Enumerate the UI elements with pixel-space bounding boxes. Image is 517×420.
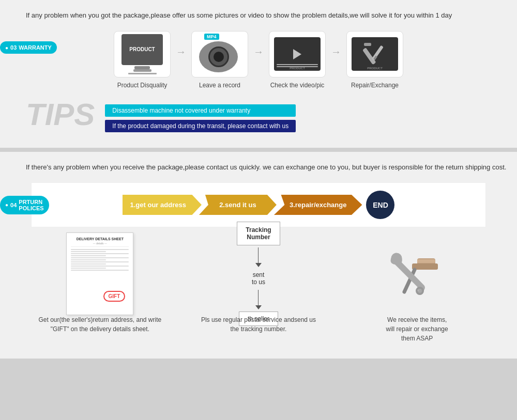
tip1-box: Disassemble machine not covered under wa… — [105, 104, 296, 117]
repair-icon-wrapper: PRODUCT — [346, 31, 403, 77]
sheet-line-7 — [71, 261, 129, 262]
recorder-inner — [214, 52, 224, 62]
sheet-line-1 — [71, 249, 129, 250]
tools-visual — [376, 238, 459, 310]
tracking-arrow-tip-2 — [255, 305, 262, 309]
warranty-intro-text: If any problem when you got the package,… — [26, 10, 507, 21]
flow-step-1: 1.get our address — [123, 195, 202, 215]
video-line-1 — [277, 64, 318, 65]
warranty-badge: 03 WARRANTY — [0, 41, 57, 54]
delivery-visual: DELIVERY DETAILS SHEET --- details --- — [58, 238, 141, 310]
flow-end: END — [366, 191, 394, 219]
badge-number: 03 — [10, 44, 17, 51]
flow-label-3: 3.repair/exchange — [274, 195, 362, 215]
tracking-label: Tracking Number — [246, 226, 271, 241]
tools-description: We receive the items, will repair or exc… — [386, 315, 448, 343]
tracking-description: Pls use regular postal service andsend u… — [192, 315, 325, 334]
sheet-line-3 — [71, 253, 129, 254]
svg-rect-5 — [417, 259, 435, 263]
badge-label: WARRANTY — [19, 44, 52, 51]
flow-label-1: 1.get our address — [123, 195, 202, 215]
step-repair-exchange: PRODUCT Repair/Exchange — [346, 31, 403, 89]
flow-step-3: 3.repair/exchange — [274, 195, 362, 215]
tracking-visual: Tracking Number sent to us th seller — [217, 238, 300, 310]
step-product-disquality: PRODUCT Product Disquality — [114, 31, 171, 89]
return-intro-text: If there's any problem when you receive … — [26, 162, 507, 173]
return-item-tracking: Tracking Number sent to us th seller Pls… — [192, 238, 325, 334]
sheet-lines — [71, 249, 129, 271]
mp4-container: MP4 — [199, 36, 240, 72]
tips-section: TIPS Disassemble machine not covered und… — [26, 99, 507, 132]
return-items: DELIVERY DETAILS SHEET --- details --- — [10, 238, 507, 343]
sheet-line-6 — [71, 259, 105, 260]
delivery-sheet: DELIVERY DETAILS SHEET --- details --- — [66, 232, 133, 315]
recorder-body — [199, 41, 238, 72]
tracking-container: Tracking Number sent to us th seller — [237, 222, 280, 326]
recorder-lens — [208, 46, 229, 67]
video-icon-wrapper: PRODUCT — [269, 31, 326, 77]
flow-step-2: 2.send it us — [199, 195, 277, 215]
arrow-1: → — [176, 46, 186, 58]
step3-label: Check the video/pic — [270, 82, 325, 89]
sheet-line-8 — [71, 263, 105, 265]
sheet-line-11 — [71, 270, 129, 271]
delivery-description: Get our(the seller's)return address, and… — [34, 315, 167, 334]
product-icon-wrapper: PRODUCT — [114, 31, 171, 77]
flow-label-2: 2.send it us — [199, 195, 277, 215]
sheet-line-9 — [71, 266, 129, 267]
tracking-arrow-shaft-2 — [258, 290, 258, 305]
tip2-box: If the product damaged during the transi… — [105, 120, 296, 132]
warranty-steps: PRODUCT Product Disquality → MP4 — [10, 31, 507, 89]
step4-label: Repair/Exchange — [351, 82, 399, 89]
svg-rect-1 — [364, 43, 371, 46]
sheet-title: DELIVERY DETAILS SHEET — [71, 237, 129, 241]
tips-boxes: Disassemble machine not covered under wa… — [105, 104, 296, 132]
mp4-icon-wrapper: MP4 — [191, 31, 248, 77]
gift-label: GIFT — [103, 291, 126, 302]
return-section: 04 PRTURN POLICES If there's any problem… — [0, 152, 517, 359]
arrow-3: → — [331, 46, 341, 58]
return-badge-num: 04 — [10, 202, 17, 208]
warranty-section: 03 WARRANTY If any problem when you got … — [0, 0, 517, 148]
sheet-line-2 — [71, 251, 105, 252]
return-badge: 04 PRTURN POLICES — [0, 196, 49, 214]
svg-rect-2 — [371, 45, 383, 60]
sheet-line-5 — [71, 257, 129, 258]
video-icon: PRODUCT — [274, 37, 321, 71]
process-flow: 1.get our address 2.send it us 3.repair/… — [31, 182, 486, 227]
tips-title: TIPS — [26, 99, 95, 130]
return-badge-label: PRTURN POLICES — [19, 199, 43, 211]
sheet-line-10 — [71, 268, 105, 269]
return-item-tools: We receive the items, will repair or exc… — [351, 238, 484, 343]
return-item-delivery: DELIVERY DETAILS SHEET --- details --- — [34, 238, 167, 334]
sent-to-us-label: sent to us — [252, 271, 265, 286]
step2-label: Leave a record — [199, 82, 240, 89]
repair-icon: PRODUCT — [352, 37, 398, 71]
sheet-subtitle: --- details --- — [71, 242, 129, 247]
tracking-arrow-tip — [255, 263, 262, 267]
product-screen-icon: PRODUCT — [121, 34, 163, 65]
tools-svg — [361, 41, 389, 67]
step1-label: Product Disquality — [117, 82, 168, 89]
sheet-line-4 — [71, 255, 105, 256]
arrow-2: → — [253, 46, 264, 58]
step-leave-record: MP4 Leave a record — [191, 31, 248, 89]
tools-repair-svg — [389, 248, 446, 300]
step-check-video: PRODUCT Check the video/pic — [269, 31, 326, 89]
tracking-box: Tracking Number — [237, 222, 280, 245]
tracking-arrow-shaft — [258, 247, 258, 263]
mp4-badge: MP4 — [204, 34, 219, 40]
